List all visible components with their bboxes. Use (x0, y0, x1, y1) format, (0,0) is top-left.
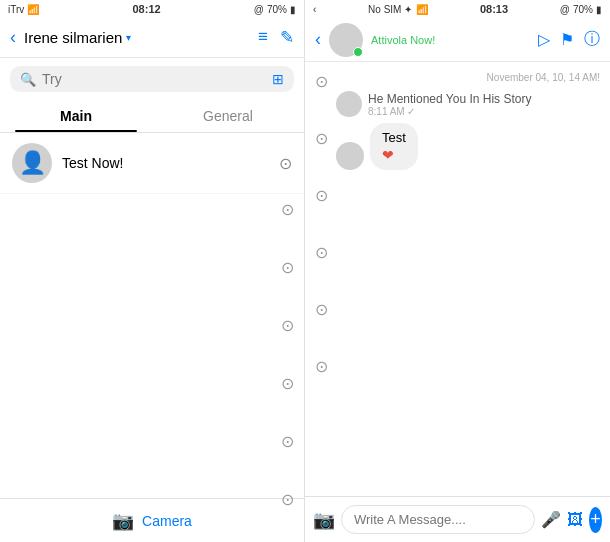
location-icon-right: @ (560, 4, 570, 15)
header-actions-right: ▷ ⚑ ⓘ (538, 29, 600, 50)
camera-icon-6[interactable]: ⊙ (281, 490, 294, 509)
wifi-icon: 📶 (27, 4, 39, 15)
contact-name-left: Irene silmarien ▾ (24, 29, 258, 46)
camera-icon-2[interactable]: ⊙ (281, 258, 294, 277)
right-panel: ‹ No SIM ✦ 📶 08:13 @ 70% ▮ ‹ Attivola No… (305, 0, 610, 542)
back-label-right-status: ‹ (313, 4, 316, 15)
time-right: 08:13 (480, 3, 508, 15)
chat-name: Test Now! (62, 155, 279, 171)
message-content: November 04, 10, 14 AM! He Mentioned You… (336, 72, 600, 170)
tab-main[interactable]: Main (0, 100, 152, 132)
contact-avatar-right (329, 23, 363, 57)
battery-icon-left: ▮ (290, 4, 296, 15)
mic-icon[interactable]: 🎤 (541, 510, 561, 529)
received-avatar (336, 142, 364, 170)
list-icon[interactable]: ≡ (258, 27, 268, 48)
messages-camera-layout: ⊙ ⊙ ⊙ ⊙ ⊙ ⊙ November 04, 10, 14 AM! He M… (315, 72, 600, 376)
battery-label-right: 70% (573, 4, 593, 15)
header-right: ‹ Attivola Now! ▷ ⚑ ⓘ (305, 18, 610, 62)
person-icon: 👤 (19, 150, 46, 176)
search-bar: 🔍 ⊞ (10, 66, 294, 92)
location-icon-left: @ (254, 4, 264, 15)
header-icons-left: ≡ ✎ (258, 27, 294, 48)
chat-item[interactable]: 👤 Test Now! ⊙ (0, 133, 304, 194)
chevron-down-icon[interactable]: ▾ (126, 32, 131, 43)
info-icon[interactable]: ⓘ (584, 29, 600, 50)
video-call-icon[interactable]: ▷ (538, 30, 550, 49)
camera-input-icon[interactable]: 📷 (313, 509, 335, 531)
back-button-left[interactable]: ‹ (10, 27, 16, 48)
message-timestamp: November 04, 10, 14 AM! (336, 72, 600, 83)
battery-icon-right: ▮ (596, 4, 602, 15)
no-sim-label: No SIM ✦ (368, 4, 412, 15)
edit-icon[interactable]: ✎ (280, 27, 294, 48)
right-status-icons-left: @ 70% ▮ (254, 4, 296, 15)
camera-icon-3[interactable]: ⊙ (281, 316, 294, 335)
status-bar-right: ‹ No SIM ✦ 📶 08:13 @ 70% ▮ (305, 0, 610, 18)
carrier-label: iTrv (8, 4, 24, 15)
filter-icon[interactable]: ⊞ (272, 71, 284, 87)
chat-list: 👤 Test Now! ⊙ (0, 133, 304, 498)
search-input[interactable] (42, 71, 266, 87)
wifi-icon-right: 📶 (416, 4, 428, 15)
test-bubble: Test ❤ (370, 123, 418, 170)
left-panel: iTrv 📶 08:12 @ 70% ▮ ‹ Irene silmarien ▾… (0, 0, 305, 542)
msg-camera-icon-2[interactable]: ⊙ (315, 129, 328, 148)
heart-icon: ❤ (382, 147, 406, 163)
contact-status-right: Attivola Now! (371, 34, 530, 46)
tabs-left: Main General (0, 100, 304, 133)
msg-camera-icon-1[interactable]: ⊙ (315, 72, 328, 91)
camera-label: Camera (142, 513, 192, 529)
contact-info-right: Attivola Now! (371, 34, 530, 46)
right-status-right-icons: @ 70% ▮ (560, 4, 602, 15)
tab-general[interactable]: General (152, 100, 304, 132)
msg-camera-icon-3[interactable]: ⊙ (315, 186, 328, 205)
notification-row: He Mentioned You In His Story 8:11 AM ✓ (336, 91, 600, 117)
camera-bottom-icon: 📷 (112, 510, 134, 532)
notification-text: He Mentioned You In His Story (368, 92, 535, 106)
gallery-icon[interactable]: 🖼 (567, 511, 583, 529)
header-left: ‹ Irene silmarien ▾ ≡ ✎ (0, 18, 304, 58)
msg-camera-icon-4[interactable]: ⊙ (315, 243, 328, 262)
battery-label-left: 70% (267, 4, 287, 15)
notification-text-block: He Mentioned You In His Story 8:11 AM ✓ (368, 92, 535, 117)
bottom-bar-left[interactable]: 📷 Camera (0, 498, 304, 542)
chat-avatar: 👤 (12, 143, 52, 183)
status-bar-left: iTrv 📶 08:12 @ 70% ▮ (0, 0, 304, 18)
camera-icon-5[interactable]: ⊙ (281, 432, 294, 451)
right-status-left-icons: ‹ (313, 4, 316, 15)
notification-avatar (336, 91, 362, 117)
received-message-row: Test ❤ (336, 123, 600, 170)
camera-icons-column: ⊙ ⊙ ⊙ ⊙ ⊙ ⊙ (281, 200, 294, 509)
add-button[interactable]: + (589, 507, 602, 533)
time-left: 08:12 (132, 3, 160, 15)
search-icon: 🔍 (20, 72, 36, 87)
chat-item-info: Test Now! (62, 155, 279, 171)
messages-camera-icons: ⊙ ⊙ ⊙ ⊙ ⊙ ⊙ (315, 72, 336, 376)
camera-icon-chat[interactable]: ⊙ (279, 154, 292, 173)
messages-area: ⊙ ⊙ ⊙ ⊙ ⊙ ⊙ November 04, 10, 14 AM! He M… (305, 62, 610, 496)
back-button-right[interactable]: ‹ (315, 29, 321, 50)
msg-camera-icon-6[interactable]: ⊙ (315, 357, 328, 376)
message-input[interactable] (341, 505, 535, 534)
left-status-icons: iTrv 📶 (8, 4, 39, 15)
camera-icon-1[interactable]: ⊙ (281, 200, 294, 219)
online-indicator (353, 47, 363, 57)
camera-icon-4[interactable]: ⊙ (281, 374, 294, 393)
msg-camera-icon-5[interactable]: ⊙ (315, 300, 328, 319)
notification-time: 8:11 AM ✓ (368, 106, 535, 117)
bottom-input-area: 📷 🎤 🖼 + (305, 496, 610, 542)
flag-icon[interactable]: ⚑ (560, 30, 574, 49)
